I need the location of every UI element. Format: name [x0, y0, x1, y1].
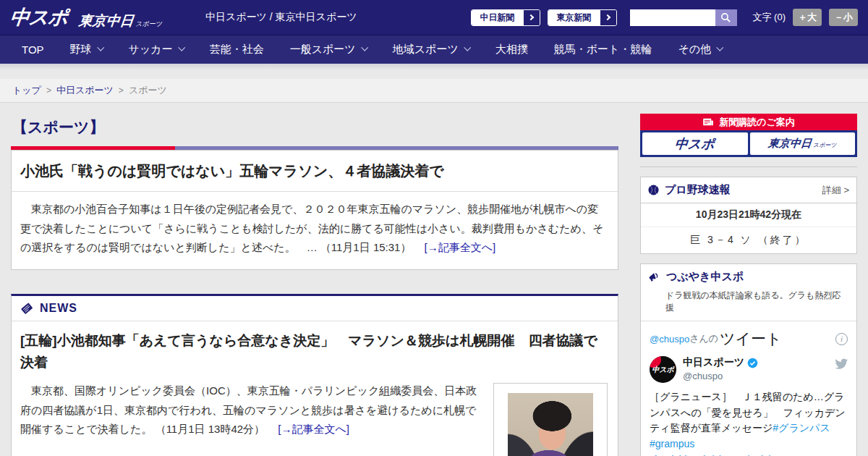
newspaper-icon — [702, 118, 714, 127]
site-logo[interactable]: 中スポ 東京中日 スポーツ — [10, 4, 162, 30]
tweet-header: 中スポ 中日スポーツ @chuspo — [650, 356, 848, 383]
nav-item-racing[interactable]: 競馬・ボート・競輪 — [554, 43, 652, 56]
chevron-down-icon — [178, 44, 185, 51]
tokyo-chunichi-logo-sub: スポーツ — [813, 141, 837, 155]
chevron-right-icon — [524, 10, 540, 25]
nav-item-entertainment-society[interactable]: 芸能・社会 — [210, 43, 264, 56]
header-controls: 中日新聞 東京新聞 文字 (0) ＋大 －小 — [471, 9, 859, 26]
nav-item-sumo[interactable]: 大相撲 — [495, 43, 528, 56]
tweet-hashtag-grampus[interactable]: #grampus — [650, 438, 694, 449]
nav-label: 一般スポーツ — [290, 43, 356, 56]
news-article-figure: 四者協議を終え退出する — [493, 383, 608, 456]
nav-label: サッカー — [129, 43, 173, 56]
chunichi-shimbun-label: 中日新聞 — [472, 10, 524, 25]
lead-article-headline[interactable]: 小池氏「戦うのは賢明ではない」五輪マラソン、４者協議決着で — [12, 151, 618, 192]
baseball-card-header: プロ野球速報 詳細 > — [641, 177, 856, 203]
breadcrumb-current: スポーツ — [129, 84, 167, 97]
nav-label: 芸能・社会 — [210, 43, 264, 56]
koike-photo[interactable] — [508, 393, 593, 456]
tweets-card-subtitle: ドラ観戦の本紙評論家も語る。グラも熱烈応援 — [641, 290, 856, 321]
font-smaller-button[interactable]: －小 — [829, 9, 858, 26]
tweet-hashtag-grampus-jp[interactable]: #グランパス — [773, 422, 830, 434]
news-section-header: NEWS — [12, 296, 618, 321]
tweet: 中スポ 中日スポーツ @chuspo ［グラニュース］ Ｊ１残留のため…グランパ… — [641, 355, 856, 456]
font-larger-button[interactable]: ＋大 — [793, 9, 822, 26]
baseball-icon — [648, 185, 659, 195]
chunichi-shimbun-button[interactable]: 中日新聞 — [471, 9, 540, 26]
search-bar — [630, 9, 737, 26]
nav-label: 野球 — [70, 43, 92, 56]
tokyo-chunichi-logo-label: 東京中日 — [767, 137, 812, 151]
chevron-down-icon — [97, 44, 104, 51]
nav-item-general-sports[interactable]: 一般スポーツ — [290, 43, 367, 56]
sidebar-divider — [640, 166, 857, 167]
chuspo-logo-label: 中スポ — [674, 135, 715, 153]
nav-label: TOP — [22, 43, 44, 56]
nav-item-top[interactable]: TOP — [22, 43, 44, 56]
breadcrumb-separator: > — [119, 85, 124, 96]
twitter-widget-handle[interactable]: @chuspo — [650, 334, 689, 345]
tweet-account: 中日スポーツ @chuspo — [683, 356, 758, 381]
subscription-banner[interactable]: 新聞購読のご案内 — [640, 114, 857, 130]
tokyo-chunichi-logo-button[interactable]: 東京中日 スポーツ — [750, 132, 856, 155]
main-column: 【スポーツ】 小池氏「戦うのは賢明ではない」五輪マラソン、４者協議決着で 東京都… — [11, 111, 618, 456]
news-section: NEWS [五輪]小池都知事「あえて言うなら合意なき決定」 マラソン＆競歩は札幌… — [11, 294, 618, 456]
top-header: 中スポ 東京中日 スポーツ 中日スポーツ / 東京中日スポーツ 中日新聞 東京新… — [0, 0, 868, 35]
twitter-bird-icon[interactable] — [834, 356, 848, 370]
breadcrumb-link-top[interactable]: トップ — [12, 84, 41, 97]
tweets-card-header: つぶやき中スポ — [641, 264, 856, 290]
twitter-widget-word: ツイート — [720, 329, 781, 349]
subscription-banner-label: 新聞購読のご案内 — [719, 116, 795, 129]
breadcrumb: トップ > 中日スポーツ > スポーツ — [0, 79, 868, 103]
news-icon — [20, 302, 33, 315]
chevron-down-icon — [361, 44, 368, 51]
nav-label: その他 — [678, 43, 711, 56]
baseball-score: 巨 3－4 ソ （終了） — [641, 227, 856, 253]
baseball-as-of: 10月23日21時42分現在 — [641, 203, 856, 227]
tweet-account-name[interactable]: 中日スポーツ — [683, 356, 744, 369]
tokyo-shimbun-label: 東京新聞 — [548, 10, 600, 25]
breadcrumb-separator: > — [46, 85, 51, 96]
nav-label: 地域スポーツ — [393, 43, 459, 56]
baseball-card-title: プロ野球速報 — [665, 183, 731, 197]
content-area: 【スポーツ】 小池氏「戦うのは賢明ではない」五輪マラソン、４者協議決着で 東京都… — [0, 103, 868, 456]
chevron-right-icon — [600, 10, 616, 25]
chuspo-avatar[interactable]: 中スポ — [650, 356, 676, 383]
search-button[interactable] — [715, 9, 737, 26]
tweet-text: ［グラニュース］ Ｊ１残留のため…グランパスへの「愛を見せろ」 フィッカデンティ… — [650, 389, 848, 456]
logo-sports-sub: スポーツ — [135, 20, 162, 30]
tweets-card: つぶやき中スポ ドラ観戦の本紙評論家も語る。グラも熱烈応援 @chuspo さん… — [640, 263, 857, 456]
nav-shadow — [0, 64, 868, 70]
chevron-down-icon — [464, 44, 471, 51]
news-article-more-link[interactable]: [→記事全文へ] — [278, 423, 349, 435]
baseball-detail-link[interactable]: 詳細 > — [822, 184, 849, 197]
tokyo-shimbun-button[interactable]: 東京新聞 — [548, 9, 617, 26]
lead-article-text: 東京都の小池百合子知事は１日午後の定例記者会見で、２０２０年東京五輪のマラソン、… — [20, 203, 603, 253]
chuspo-logo-button[interactable]: 中スポ — [642, 132, 748, 155]
nav-label: 競馬・ボート・競輪 — [554, 43, 652, 56]
lead-article-body: 東京都の小池百合子知事は１日午後の定例記者会見で、２０２０年東京五輪のマラソン、… — [12, 192, 618, 269]
nav-item-others[interactable]: その他 — [678, 43, 722, 56]
news-article-headline[interactable]: [五輪]小池都知事「あえて言うなら合意なき決定」 マラソン＆競歩は札幌開催 四者… — [20, 330, 609, 373]
lead-article-more-link[interactable]: [→記事全文へ] — [425, 241, 496, 253]
font-size-label: 文字 (0) — [753, 11, 786, 24]
info-icon[interactable] — [835, 333, 848, 345]
nav-item-baseball[interactable]: 野球 — [70, 43, 103, 56]
search-icon — [720, 12, 731, 23]
tweet-account-handle: @chuspo — [683, 371, 758, 381]
logo-chuspo: 中スポ — [9, 4, 69, 30]
page-title: 【スポーツ】 — [12, 117, 618, 138]
page: 中スポ 東京中日 スポーツ 中日スポーツ / 東京中日スポーツ 中日新聞 東京新… — [0, 0, 868, 456]
site-title: 中日スポーツ / 東京中日スポーツ — [205, 11, 357, 24]
search-input[interactable] — [630, 9, 715, 26]
logo-tokyo-chunichi: 東京中日 — [78, 12, 135, 30]
news-article-timestamp: （11月1日 13時42分） — [156, 423, 265, 435]
breadcrumb-link-chunichi-sports[interactable]: 中日スポーツ — [56, 84, 114, 97]
paper-logos: 中スポ 東京中日 スポーツ — [640, 130, 857, 157]
nav-item-soccer[interactable]: サッカー — [129, 43, 184, 56]
lead-article-card: 小池氏「戦うのは賢明ではない」五輪マラソン、４者協議決着で 東京都の小池百合子知… — [11, 150, 618, 270]
main-nav: TOP 野球 サッカー 芸能・社会 一般スポーツ 地域スポーツ 大相撲 競馬・ボ… — [0, 35, 868, 64]
nav-label: 大相撲 — [495, 43, 528, 56]
nav-item-regional-sports[interactable]: 地域スポーツ — [393, 43, 469, 56]
twitter-widget-title: @chuspo さんの ツイート — [641, 321, 856, 355]
